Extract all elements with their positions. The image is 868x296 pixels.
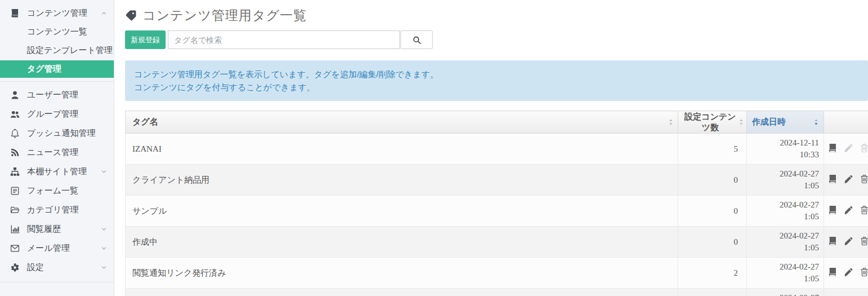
book-icon [10,8,20,18]
table-row: サンプル 0 2024-02-27 1:05 [126,196,868,227]
sidebar-item-user-management[interactable]: ユーザー管理 [0,85,114,104]
sidebar-item-news-management[interactable]: ニュース管理 [0,143,114,162]
sidebar-item-mail-management[interactable]: メール管理 [0,238,114,258]
column-label: 作成日時 [752,117,786,127]
sidebar-item-bookshelf-site[interactable]: 本棚サイト管理 [0,162,114,181]
trash-icon [860,174,868,185]
book-icon [828,236,838,248]
sidebar-item-category-management[interactable]: カテゴリ管理 [0,200,114,219]
delete-tag-button[interactable] [860,267,868,279]
table-row: 閲覧通知リンク発行済み 2 2024-02-27 1:05 [126,258,868,289]
chevron-down-icon [101,169,107,175]
view-contents-button[interactable] [828,143,838,154]
book-icon [828,143,838,154]
sidebar-item-label: カテゴリ管理 [27,205,78,215]
edit-tag-button[interactable] [844,174,853,185]
view-contents-button[interactable] [828,267,838,279]
table-row: クライアント納品用 0 2024-02-27 1:05 [126,165,868,196]
new-registration-button[interactable]: 新規登録 [125,30,166,49]
sidebar-item-setting-template[interactable]: 設定テンプレート管理 [0,41,114,60]
book-icon [828,267,838,279]
time-value: 10:33 [747,149,819,161]
info-notice: コンテンツ管理用タグ一覧を表示しています。タグを追加/編集/削除できます。 コン… [125,60,868,101]
sidebar-divider [0,81,114,82]
pencil-icon [844,236,853,248]
sidebar-item-label: 本棚サイト管理 [27,166,87,177]
sidebar-item-push-notification[interactable]: プッシュ通知管理 [0,123,114,143]
bar-chart-icon [10,224,20,234]
column-header-created-at[interactable]: 作成日時 [747,111,824,134]
content-count-cell: 2 [678,258,747,289]
actions-cell [824,227,868,258]
page-title: コンテンツ管理用タグ一覧 [125,7,868,24]
app-window: コンテンツ管理 コンテンツ一覧 設定テンプレート管理 タグ管理 ユーザー管理 グ… [0,0,868,296]
edit-tag-button[interactable] [844,205,853,217]
content-count-cell: 0 [678,165,747,196]
page-title-text: コンテンツ管理用タグ一覧 [143,7,307,24]
sidebar-item-group-management[interactable]: グループ管理 [0,104,114,123]
sidebar-item-label: コンテンツ一覧 [27,26,87,37]
created-at-cell: 2024-02-27 1:05 [747,227,824,258]
content-count-cell: 5 [678,134,747,165]
actions-cell [824,196,868,227]
view-contents-button[interactable] [828,174,838,185]
search-icon [412,36,421,45]
delete-tag-button[interactable] [860,174,868,185]
sidebar-item-content-management[interactable]: コンテンツ管理 [0,3,114,23]
users-icon [10,109,20,119]
date-value: 2024-02-27 [747,199,819,211]
time-value: 1:05 [747,242,819,254]
column-header-content-count[interactable]: 設定コンテンツ数 [678,111,747,134]
sidebar-item-label: フォーム一覧 [27,185,78,196]
notice-line: コンテンツ管理用タグ一覧を表示しています。タグを追加/編集/削除できます。 [134,68,859,81]
tag-icon [125,10,137,21]
sidebar-item-label: ユーザー管理 [27,90,78,100]
toolbar: 新規登録 [125,30,868,49]
table-header-row: タグ名 設定コンテンツ数 作成日時 [126,111,868,134]
edit-tag-button[interactable] [844,267,853,279]
tag-search-input[interactable] [168,30,400,49]
search-button[interactable] [400,30,433,49]
sidebar-item-label: 閲覧履歴 [27,224,61,235]
column-header-tag-name[interactable]: タグ名 [126,111,678,134]
tag-table: タグ名 設定コンテンツ数 作成日時 [125,111,868,296]
tag-name-cell: クライアント納品用 [126,165,678,196]
created-at-cell: 2024-02-27 1:05 [747,258,824,289]
table-row: IZANAI 5 2024-12-11 10:33 [126,134,868,165]
view-contents-button[interactable] [828,236,838,248]
tag-name-cell: サンプル [126,196,678,227]
column-label: 設定コンテンツ数 [682,112,738,133]
tag-name-cell: IZANAI [126,134,678,165]
sidebar-item-tag-management[interactable]: タグ管理 [0,60,114,78]
actions-cell [824,289,868,296]
sidebar-item-form-list[interactable]: フォーム一覧 [0,181,114,200]
form-icon [10,186,20,196]
time-value: 1:05 [747,273,819,285]
content-count-cell: 0 [678,196,747,227]
pencil-icon [844,143,853,154]
date-value: 2024-02-27 [747,168,819,180]
sidebar-item-label: 設定 [27,262,44,273]
gear-icon [10,263,20,272]
delete-tag-button[interactable] [860,236,868,248]
sidebar-item-label: グループ管理 [27,109,78,120]
sidebar-item-label: タグ管理 [27,64,61,74]
tag-name-cell: 作成中 [126,227,678,258]
created-at-cell: 2024-12-11 10:33 [747,134,824,165]
table-row: 作成中 0 2024-02-27 1:05 [126,227,868,258]
sidebar-divider [0,282,114,282]
view-contents-button[interactable] [828,205,838,217]
mail-icon [10,244,20,253]
delete-tag-button[interactable] [860,205,868,217]
date-value: 2024-02-27 [747,261,819,273]
actions-cell [824,165,868,196]
user-icon [10,90,20,100]
date-value: 2024-02-27 [747,230,819,242]
date-value: 2024-12-11 [747,137,819,149]
sidebar-item-view-history[interactable]: 閲覧履歴 [0,219,114,238]
time-value: 1:05 [747,180,819,192]
sidebar-item-label: ニュース管理 [27,147,78,158]
sidebar-item-content-list[interactable]: コンテンツ一覧 [0,23,114,41]
edit-tag-button[interactable] [844,236,853,248]
sidebar-item-settings[interactable]: 設定 [0,258,114,277]
